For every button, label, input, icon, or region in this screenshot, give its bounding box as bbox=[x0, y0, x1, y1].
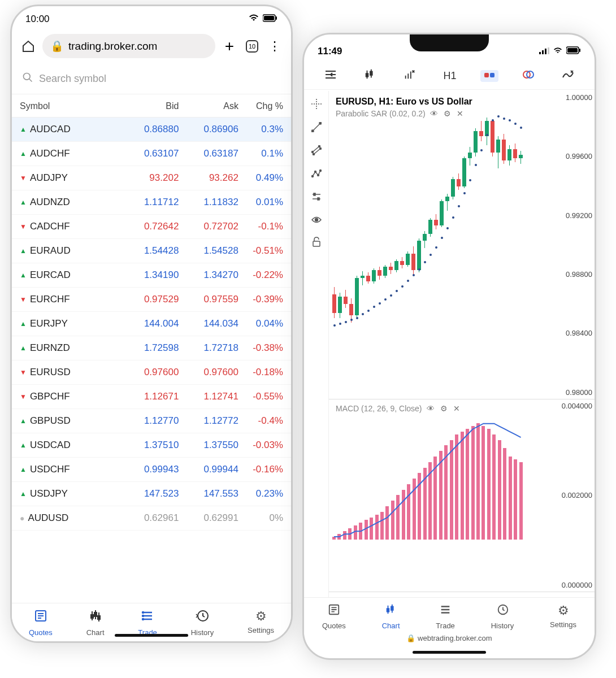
home-indicator bbox=[413, 651, 486, 654]
quotes-list[interactable]: ▲AUDCAD0.868800.869060.3%▲AUDCHF0.631070… bbox=[12, 118, 291, 531]
col-bid[interactable]: Bid bbox=[119, 101, 179, 111]
wifi-icon bbox=[248, 13, 259, 25]
tab-settings[interactable]: ⚙ Settings bbox=[550, 603, 576, 630]
svg-rect-35 bbox=[370, 72, 372, 75]
indicator-add-icon[interactable] bbox=[400, 66, 419, 86]
symbol-name: CADCHF bbox=[30, 221, 70, 232]
channel-icon[interactable] bbox=[311, 145, 322, 158]
svg-point-20 bbox=[142, 619, 144, 620]
search-row[interactable]: Search symbol bbox=[12, 64, 291, 94]
svg-rect-12 bbox=[94, 612, 97, 616]
col-ask[interactable]: Ask bbox=[179, 101, 238, 111]
chg-value: 0.1% bbox=[238, 148, 283, 159]
trendline-icon[interactable] bbox=[311, 122, 322, 135]
polyline-icon[interactable] bbox=[311, 168, 322, 181]
tab-quotes[interactable]: Quotes bbox=[29, 609, 53, 637]
tab-trade[interactable]: Trade bbox=[436, 603, 454, 630]
col-chg[interactable]: Chg % bbox=[238, 101, 283, 111]
gear-icon[interactable]: ⚙ bbox=[440, 404, 448, 413]
quote-row[interactable]: ▲USDCHF0.999430.99944-0.16% bbox=[12, 458, 291, 482]
quote-row[interactable]: ▲EURAUD1.544281.54528-0.51% bbox=[12, 239, 291, 263]
tab-history[interactable]: History bbox=[191, 609, 214, 637]
svg-rect-25 bbox=[548, 47, 549, 54]
tab-quotes[interactable]: Quotes bbox=[322, 603, 346, 630]
chg-value: -0.18% bbox=[238, 367, 283, 378]
y-axis-main: 1.000000.996000.992000.988000.984000.980… bbox=[553, 91, 592, 399]
price-chart-panel[interactable]: EURUSD, H1: Euro vs US Dollar Parabolic … bbox=[329, 91, 595, 399]
quote-row[interactable]: ▼EURCHF0.975290.97559-0.39% bbox=[12, 288, 291, 312]
svg-line-52 bbox=[313, 146, 319, 152]
bid-value: 0.97600 bbox=[119, 367, 179, 378]
tab-settings[interactable]: ⚙ Settings bbox=[248, 609, 274, 637]
quote-row[interactable]: ▲AUDCHF0.631070.631870.1% bbox=[12, 142, 291, 166]
macd-panel[interactable]: MACD (12, 26, 9, Close) 👁 ⚙ ✕ 0.0040000.… bbox=[329, 399, 595, 592]
svg-rect-64 bbox=[314, 193, 315, 195]
svg-rect-24 bbox=[545, 49, 546, 54]
tab-quotes-label: Quotes bbox=[322, 621, 346, 630]
quote-row[interactable]: ▲EURJPY144.004144.0340.04% bbox=[12, 312, 291, 336]
symbol-name: EURCAD bbox=[30, 270, 71, 281]
chart-main: EURUSD, H1: Euro vs US Dollar Parabolic … bbox=[329, 91, 595, 607]
menu-toggle-icon[interactable] bbox=[321, 67, 340, 85]
chg-value: 0.3% bbox=[238, 124, 283, 135]
quote-row[interactable]: ▼GBPCHF1.126711.12741-0.55% bbox=[12, 385, 291, 409]
circles-icon[interactable] bbox=[519, 67, 538, 85]
ask-value: 0.63187 bbox=[179, 148, 238, 159]
arrow-up-icon: ▲ bbox=[20, 417, 27, 425]
bid-value: 147.523 bbox=[119, 488, 179, 499]
tabs-icon[interactable]: 10 bbox=[244, 38, 261, 55]
chart-type-icon[interactable] bbox=[361, 66, 380, 86]
menu-icon[interactable]: ⋮ bbox=[266, 38, 283, 55]
timeframe-button[interactable]: H1 bbox=[440, 68, 459, 84]
svg-point-66 bbox=[315, 219, 318, 221]
col-symbol[interactable]: Symbol bbox=[20, 101, 119, 111]
link-icon[interactable] bbox=[480, 70, 498, 82]
quote-row[interactable]: ▼CADCHF0.726420.72702-0.1% bbox=[12, 215, 291, 239]
tab-quotes-label: Quotes bbox=[29, 628, 53, 637]
tab-chart[interactable]: Chart bbox=[86, 609, 105, 637]
tab-trade[interactable]: Trade bbox=[138, 609, 157, 637]
quote-row[interactable]: ▲EURCAD1.341901.34270-0.22% bbox=[12, 263, 291, 288]
crosshair-icon[interactable] bbox=[311, 99, 322, 112]
bid-value: 0.97529 bbox=[119, 294, 179, 305]
eye-icon[interactable] bbox=[311, 215, 322, 227]
quote-row[interactable]: ▲AUDCAD0.868800.869060.3% bbox=[12, 118, 291, 142]
quote-row[interactable]: ▲USDJPY147.523147.5530.23% bbox=[12, 482, 291, 506]
quote-row[interactable]: ▲USDCAD1.375101.37550-0.03% bbox=[12, 433, 291, 458]
quote-row[interactable]: ▲AUDNZD1.117121.118320.01% bbox=[12, 190, 291, 215]
symbol-name: GBPUSD bbox=[30, 415, 71, 427]
new-tab-icon[interactable]: + bbox=[221, 38, 238, 55]
trade-icon bbox=[439, 603, 452, 619]
quote-row[interactable]: ▼EURUSD0.976000.97600-0.18% bbox=[12, 360, 291, 385]
bid-value: 1.12770 bbox=[119, 415, 179, 427]
tab-history[interactable]: History bbox=[491, 603, 514, 630]
quote-row[interactable]: ▲EURNZD1.725981.72718-0.38% bbox=[12, 336, 291, 360]
quote-row[interactable]: ●AUDUSD0.629610.629910% bbox=[12, 506, 291, 531]
sliders-icon[interactable] bbox=[311, 192, 322, 205]
svg-rect-65 bbox=[318, 198, 319, 200]
y-axis-sub: 0.0040000.0020000.000000 bbox=[553, 399, 592, 592]
unlock-icon[interactable] bbox=[312, 237, 321, 250]
candlestick-area[interactable] bbox=[332, 108, 553, 323]
quote-row[interactable]: ▼AUDJPY93.20293.2620.49% bbox=[12, 166, 291, 190]
tab-chart[interactable]: Chart bbox=[382, 603, 400, 630]
eye-off-icon[interactable]: 👁 bbox=[427, 404, 435, 413]
svg-line-4 bbox=[29, 79, 32, 82]
search-placeholder: Search symbol bbox=[39, 73, 106, 85]
bid-value: 0.72642 bbox=[119, 221, 179, 232]
history-icon bbox=[496, 603, 509, 619]
trade-icon bbox=[141, 609, 154, 626]
arrow-up-icon: ▲ bbox=[20, 320, 27, 328]
chg-value: -0.4% bbox=[238, 415, 283, 427]
ask-value: 1.72718 bbox=[179, 342, 238, 354]
draw-icon[interactable] bbox=[558, 67, 578, 85]
home-icon[interactable] bbox=[20, 38, 37, 55]
tab-settings-label: Settings bbox=[248, 626, 274, 634]
close-icon[interactable]: ✕ bbox=[453, 404, 460, 413]
quote-row[interactable]: ▲GBPUSD1.127701.12772-0.4% bbox=[12, 409, 291, 433]
phone-android: 10:00 🔒 trading.broker.com + 10 ⋮ Search… bbox=[10, 5, 293, 643]
url-bar[interactable]: 🔒 trading.broker.com bbox=[42, 34, 215, 58]
symbol-name: EURAUD bbox=[30, 245, 71, 257]
symbol-name: EURUSD bbox=[30, 367, 71, 378]
arrow-down-icon: ▼ bbox=[20, 368, 27, 376]
